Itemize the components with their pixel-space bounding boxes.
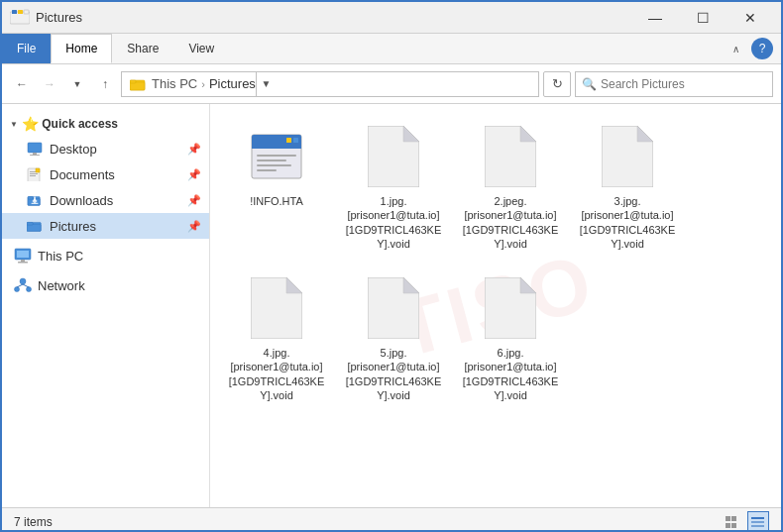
refresh-button[interactable]: ↻ (543, 71, 571, 97)
sidebar-item-thispc-label: This PC (38, 249, 201, 264)
svg-rect-54 (726, 516, 730, 521)
file-name-2: 2.jpeg.[prisoner1@tuta.io][1GD9TRICL463K… (461, 194, 560, 251)
svg-rect-19 (34, 197, 36, 201)
svg-rect-20 (32, 203, 39, 204)
file-grid: !INFO.HTA 1.jpg.[prisoner1@tuta.io][1GD9… (222, 116, 769, 411)
hta-file-icon (245, 125, 308, 188)
window-title: Pictures (36, 10, 632, 25)
file-area: TISO (210, 104, 781, 507)
pin-icon: 📌 (187, 194, 201, 207)
sidebar-item-downloads[interactable]: Downloads 📌 (2, 187, 209, 213)
svg-marker-51 (403, 277, 419, 293)
sidebar-item-documents[interactable]: Documents 📌 (2, 161, 209, 187)
close-button[interactable]: ✕ (727, 2, 773, 34)
maximize-button[interactable]: ☐ (680, 2, 726, 34)
desktop-icon (26, 140, 44, 158)
tab-view[interactable]: View (173, 34, 229, 63)
svg-rect-35 (252, 145, 301, 149)
recent-locations-button[interactable]: ▼ (65, 72, 89, 96)
file-item-info-hta[interactable]: !INFO.HTA (222, 116, 331, 260)
sidebar-item-thispc[interactable]: This PC (2, 243, 209, 268)
pin-icon: 📌 (187, 168, 201, 181)
address-bar: ← → ▼ ↑ This PC › Pictures ▼ ↻ 🔍 (2, 64, 781, 104)
pin-icon: 📌 (187, 220, 201, 233)
sidebar-item-desktop[interactable]: Desktop 📌 (2, 136, 209, 161)
large-icons-view-button[interactable] (747, 511, 769, 533)
search-input[interactable] (601, 77, 766, 91)
sidebar-item-pictures[interactable]: Pictures 📌 (2, 213, 209, 239)
file-name-4: 4.jpg.[prisoner1@tuta.io][1GD9TRICL463KE… (227, 346, 326, 402)
pin-icon: 📌 (187, 143, 201, 156)
quick-access-header[interactable]: ▼ ⭐ Quick access (2, 112, 209, 136)
list-view-button[interactable] (722, 511, 743, 533)
item-count: 7 items (14, 515, 53, 529)
svg-rect-37 (293, 138, 298, 143)
forward-button[interactable]: → (38, 72, 61, 96)
svg-marker-49 (286, 277, 302, 293)
window-icon (10, 8, 30, 28)
svg-rect-2 (18, 10, 23, 14)
svg-rect-56 (726, 523, 730, 528)
svg-rect-38 (257, 155, 296, 157)
this-pc-icon (14, 247, 32, 265)
chevron-down-icon: ▼ (10, 120, 18, 129)
address-dropdown-button[interactable]: ▼ (256, 71, 276, 97)
title-bar: Pictures — ☐ ✕ (2, 2, 781, 34)
window-controls: — ☐ ✕ (632, 2, 773, 34)
search-box[interactable]: 🔍 (575, 71, 773, 97)
ribbon: File Home Share View ∧ ? (2, 34, 781, 64)
sidebar-item-documents-label: Documents (50, 167, 181, 182)
sidebar-item-downloads-label: Downloads (50, 193, 181, 208)
documents-icon (26, 165, 44, 183)
svg-marker-47 (637, 126, 653, 142)
svg-rect-25 (17, 251, 29, 258)
help-button[interactable]: ? (751, 38, 773, 59)
svg-point-28 (20, 278, 26, 284)
svg-rect-57 (731, 523, 736, 528)
file-item-3[interactable]: 3.jpg.[prisoner1@tuta.io][1GD9TRICL463KE… (573, 116, 682, 260)
sidebar-item-pictures-label: Pictures (50, 219, 181, 234)
view-controls (722, 511, 769, 533)
svg-marker-43 (403, 126, 419, 142)
file-item-4[interactable]: 4.jpg.[prisoner1@tuta.io][1GD9TRICL463KE… (222, 267, 331, 411)
ribbon-collapse-button[interactable]: ∧ (724, 37, 747, 60)
svg-marker-14 (36, 168, 40, 172)
svg-rect-3 (24, 10, 29, 14)
svg-rect-59 (751, 521, 764, 523)
svg-point-29 (15, 287, 20, 292)
address-box[interactable]: This PC › Pictures ▼ (121, 71, 539, 97)
svg-rect-55 (731, 516, 736, 521)
svg-point-30 (27, 287, 32, 292)
minimize-button[interactable]: — (632, 2, 678, 34)
sidebar: ▼ ⭐ Quick access Desktop 📌 (2, 104, 210, 507)
tab-file[interactable]: File (2, 34, 51, 63)
svg-rect-6 (130, 80, 136, 83)
void-file-icon-2 (479, 125, 542, 188)
void-file-icon-3 (596, 125, 659, 188)
back-button[interactable]: ← (10, 72, 34, 96)
up-button[interactable]: ↑ (93, 72, 117, 96)
svg-rect-58 (751, 517, 764, 519)
path-pictures: Pictures (209, 76, 256, 91)
svg-line-32 (23, 284, 29, 287)
sidebar-item-network[interactable]: Network (2, 272, 209, 298)
tab-home[interactable]: Home (51, 34, 112, 63)
path-thispc: This PC (152, 76, 197, 91)
tab-share[interactable]: Share (112, 34, 173, 63)
main-layout: ▼ ⭐ Quick access Desktop 📌 (2, 104, 781, 507)
void-file-icon-5 (362, 276, 425, 340)
svg-rect-17 (28, 197, 33, 200)
svg-rect-27 (18, 262, 28, 264)
file-item-6[interactable]: 6.jpg.[prisoner1@tuta.io][1GD9TRICL463KE… (456, 267, 565, 411)
file-name-3: 3.jpg.[prisoner1@tuta.io][1GD9TRICL463KE… (578, 194, 677, 251)
svg-rect-12 (30, 173, 38, 174)
file-item-5[interactable]: 5.jpg.[prisoner1@tuta.io][1GD9TRICL463KE… (339, 267, 448, 411)
sidebar-section-thispc: This PC (2, 243, 209, 268)
quick-access-label: Quick access (42, 117, 118, 131)
file-item-2[interactable]: 2.jpeg.[prisoner1@tuta.io][1GD9TRICL463K… (456, 116, 565, 260)
network-icon (14, 276, 32, 294)
svg-rect-9 (30, 155, 40, 156)
void-file-icon-4 (245, 276, 308, 340)
file-item-1[interactable]: 1.jpg.[prisoner1@tuta.io][1GD9TRICL463KE… (339, 116, 448, 260)
svg-rect-60 (751, 525, 764, 527)
